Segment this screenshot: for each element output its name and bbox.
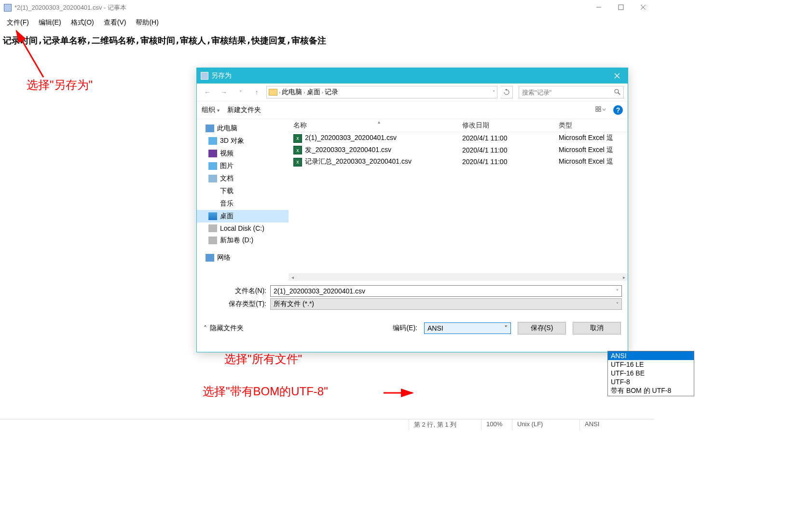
- saveas-dialog: 另存为 ← → ˅ ↑ › 此电脑 › 桌面 › 记录 ˅: [196, 68, 628, 352]
- tree-item[interactable]: 下载: [197, 185, 289, 197]
- svg-rect-1: [619, 5, 623, 10]
- column-type[interactable]: 类型: [559, 121, 623, 130]
- search-box[interactable]: [519, 86, 624, 98]
- svg-point-9: [615, 89, 619, 93]
- encoding-option[interactable]: UTF-16 BE: [608, 369, 694, 377]
- dialog-toolbar: 组织 ▾ 新建文件夹 ?: [197, 101, 628, 119]
- file-row[interactable]: x发_20200303_20200401.csv2020/4/1 11:00Mi…: [289, 144, 628, 156]
- scroll-right-icon[interactable]: ▸: [620, 275, 628, 280]
- svg-line-10: [618, 93, 620, 95]
- cancel-button[interactable]: 取消: [573, 322, 621, 334]
- folder-tree[interactable]: 此电脑3D 对象视频图片文档下载音乐桌面Local Disk (C:)新加卷 (…: [197, 119, 289, 281]
- tree-item[interactable]: 图片: [197, 160, 289, 172]
- tree-item[interactable]: 视频: [197, 147, 289, 160]
- hide-folders-toggle[interactable]: ˄ 隐藏文件夹: [204, 324, 244, 333]
- chevron-down-icon: ˅: [616, 302, 619, 307]
- search-icon[interactable]: [614, 88, 620, 97]
- newfolder-button[interactable]: 新建文件夹: [227, 106, 261, 114]
- horizontal-scrollbar[interactable]: ◂ ▸: [289, 273, 628, 281]
- file-row[interactable]: x2(1)_20200303_20200401.csv2020/4/1 11:0…: [289, 132, 628, 144]
- menu-file[interactable]: 文件(F): [2, 17, 34, 28]
- savetype-select[interactable]: 所有文件 (*.*) ˅: [270, 298, 622, 310]
- notepad-editor[interactable]: 记录时间,记录单名称,二维码名称,审核时间,审核人,审核结果,快捷回复,审核备注: [0, 30, 654, 51]
- dialog-icon: [201, 72, 208, 80]
- tree-item[interactable]: 此电脑: [197, 122, 289, 135]
- desktop-icon: [208, 212, 217, 220]
- breadcrumb-item[interactable]: 此电脑: [282, 88, 302, 97]
- nav-forward-button[interactable]: →: [217, 85, 231, 99]
- menu-view[interactable]: 查看(V): [99, 17, 131, 28]
- tree-item[interactable]: 音乐: [197, 197, 289, 210]
- excel-icon: x: [293, 134, 302, 143]
- tree-item[interactable]: 桌面: [197, 210, 289, 223]
- chevron-down-icon: ˅: [504, 324, 508, 332]
- encoding-dropdown-popup: ANSIUTF-16 LEUTF-16 BEUTF-8带有 BOM 的 UTF-…: [607, 351, 694, 396]
- music-icon: [208, 200, 217, 208]
- encoding-option[interactable]: ANSI: [608, 351, 694, 360]
- file-list-header: ▴名称 修改日期 类型: [289, 119, 628, 132]
- minimize-button[interactable]: [588, 0, 610, 14]
- nav-back-button[interactable]: ←: [201, 85, 214, 99]
- tree-item[interactable]: 文档: [197, 172, 289, 185]
- nav-recent-button[interactable]: ˅: [234, 85, 247, 99]
- dialog-fields: 文件名(N): 2(1)_20200303_20200401.csv ˅ 保存类…: [197, 281, 628, 314]
- status-position: 第 2 行, 第 1 列: [409, 419, 481, 431]
- annotation-text-2: 选择"所有文件": [224, 351, 302, 367]
- encoding-option[interactable]: 带有 BOM 的 UTF-8: [608, 386, 694, 396]
- notepad-statusbar: 第 2 行, 第 1 列 100% Unix (LF) ANSI: [0, 419, 654, 431]
- sort-up-icon: ▴: [378, 119, 380, 125]
- tree-item[interactable]: 3D 对象: [197, 135, 289, 147]
- filename-input[interactable]: 2(1)_20200303_20200401.csv ˅: [270, 285, 622, 297]
- breadcrumb-item[interactable]: 记录: [325, 88, 338, 97]
- tree-item[interactable]: 网络: [197, 251, 289, 264]
- encoding-label: 编码(E):: [393, 324, 417, 333]
- file-row[interactable]: x记录汇总_20200303_20200401.csv2020/4/1 11:0…: [289, 156, 628, 168]
- folder-icon: [269, 89, 277, 96]
- column-name[interactable]: ▴名称: [293, 121, 462, 130]
- 3d-icon: [208, 137, 217, 145]
- save-button[interactable]: 保存(S): [518, 322, 566, 334]
- doc-icon: [208, 175, 217, 182]
- menu-edit[interactable]: 编辑(E): [34, 17, 66, 28]
- view-options-button[interactable]: [595, 106, 606, 115]
- savetype-label: 保存类型(T):: [203, 300, 270, 308]
- chevron-right-icon: ›: [279, 90, 280, 95]
- nav-up-button[interactable]: ↑: [250, 85, 263, 99]
- encoding-select[interactable]: ANSI ˅: [424, 322, 511, 334]
- svg-rect-14: [599, 110, 601, 111]
- scroll-left-icon[interactable]: ◂: [289, 275, 296, 280]
- disk-icon: [208, 224, 217, 232]
- maximize-button[interactable]: [610, 0, 632, 14]
- column-date[interactable]: 修改日期: [462, 121, 559, 130]
- menu-format[interactable]: 格式(O): [66, 17, 99, 28]
- dialog-title: 另存为: [211, 71, 607, 80]
- tree-item[interactable]: Local Disk (C:): [197, 223, 289, 234]
- excel-icon: x: [293, 158, 302, 167]
- search-input[interactable]: [522, 89, 611, 96]
- window-title: *2(1)_20200303_20200401.csv - 记事本: [14, 3, 650, 12]
- chevron-right-icon: ›: [303, 90, 305, 95]
- filename-label: 文件名(N):: [203, 287, 270, 295]
- chevron-down-icon[interactable]: ˅: [616, 289, 619, 294]
- close-button[interactable]: [632, 0, 654, 14]
- menu-help[interactable]: 帮助(H): [131, 17, 163, 28]
- chevron-down-icon[interactable]: ˅: [493, 90, 495, 95]
- annotation-text-1: 选择"另存为": [27, 77, 93, 93]
- chevron-up-icon: ˄: [204, 324, 207, 332]
- dialog-footer: ˄ 隐藏文件夹 编码(E): ANSI ˅ 保存(S) 取消: [197, 314, 628, 340]
- help-icon[interactable]: ?: [613, 105, 623, 115]
- tree-item[interactable]: 新加卷 (D:): [197, 234, 289, 247]
- pc-icon: [206, 125, 214, 132]
- status-lineend: Unix (LF): [512, 419, 579, 431]
- encoding-option[interactable]: UTF-8: [608, 377, 694, 386]
- annotation-text-3: 选择"带有BOM的UTF-8": [203, 384, 328, 399]
- file-list: ▴名称 修改日期 类型 x2(1)_20200303_20200401.csv2…: [289, 119, 628, 281]
- refresh-button[interactable]: [500, 86, 513, 98]
- breadcrumb-bar[interactable]: › 此电脑 › 桌面 › 记录 ˅: [266, 86, 497, 98]
- dialog-close-button[interactable]: [607, 69, 627, 83]
- dialog-nav: ← → ˅ ↑ › 此电脑 › 桌面 › 记录 ˅: [197, 84, 628, 101]
- excel-icon: x: [293, 146, 302, 154]
- encoding-option[interactable]: UTF-16 LE: [608, 360, 694, 369]
- organize-button[interactable]: 组织 ▾: [202, 106, 220, 114]
- breadcrumb-item[interactable]: 桌面: [307, 88, 320, 97]
